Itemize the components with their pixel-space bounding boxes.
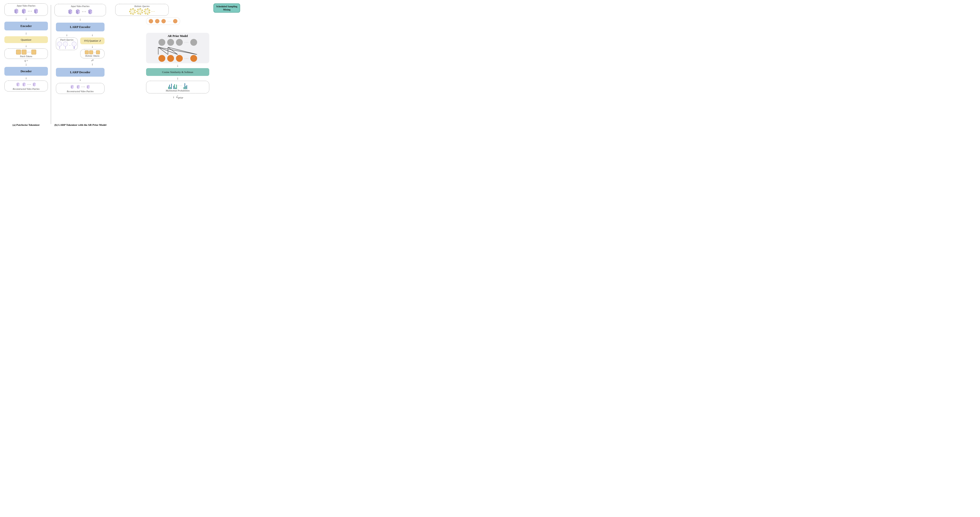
ar-input-circle-2 <box>155 19 159 23</box>
larp-input-label: Input Video Patches <box>71 5 89 8</box>
scheduled-sampling-box: Scheduled Sampling Mixing <box>213 3 240 13</box>
ar-prior-column: Scheduled Sampling Mixing Holistic Queri… <box>110 3 241 126</box>
pq-circle-2 <box>63 41 68 46</box>
hq-inner-1 <box>130 9 135 14</box>
larp-encoder-box: LARP Encoder <box>56 22 105 31</box>
bar-chart-1 <box>168 82 172 89</box>
patch-queries-label: Patch Queries <box>60 39 74 41</box>
hq-dots: · · · <box>151 10 154 13</box>
reconstructed-container-a: · · · Reconstructed Video Patches <box>5 81 48 91</box>
larp-arrow-1: ↓ <box>79 18 82 21</box>
svg-line-39 <box>158 47 197 54</box>
pq-item-2 <box>63 41 68 49</box>
pq-circle-3 <box>72 41 76 46</box>
bar-chart-2 <box>173 82 177 89</box>
ar-gray-3 <box>176 39 183 46</box>
larp-arrow-right-3: ↓ <box>91 62 94 66</box>
arrow-1: ↓ <box>25 17 28 21</box>
cube-icon-1 <box>13 8 20 14</box>
larp-recon-dots: · · · <box>82 85 85 88</box>
cosine-box: Cosine Similarity & Softmax <box>146 68 209 76</box>
hq-inner-2 <box>138 9 142 14</box>
recon-cube-2 <box>21 82 27 87</box>
panel-b-title: (b) LARP Tokenizer with the AR Prior Mod… <box>54 123 107 126</box>
panel-a-input-label: Input Video Patches <box>17 5 35 7</box>
arrow-2: ↓ <box>25 32 28 35</box>
patch-tokens-container: · · · Patch Tokens <box>5 48 48 59</box>
hq-circle-3 <box>144 8 150 14</box>
reconstructed-container-b: · · · Reconstructed Video Patches <box>56 83 105 94</box>
holistic-tokens-label: Holistic Tokens <box>85 55 100 57</box>
svq-box: SVQ Quantizer 𝒬 <box>80 37 105 44</box>
larp-cube-1 <box>67 8 74 15</box>
scheduled-sampling-label: Scheduled Sampling Mixing <box>216 5 237 11</box>
ar-input-circle-3 <box>161 19 166 23</box>
ar-input-circle-4 <box>173 19 177 23</box>
dots-1: · · · <box>28 9 32 13</box>
multinomial-container: · · · Multinomial Probabilities <box>146 81 209 93</box>
patch-queries-container: Patch Queries ··· <box>56 37 78 50</box>
larp-recon-cube-2 <box>76 84 81 89</box>
ar-prior-label: AR Prior Model <box>148 34 208 38</box>
arrow-3: ↓ <box>25 44 28 48</box>
pq-stick-1 <box>60 46 60 49</box>
cube-icon-2 <box>21 8 27 14</box>
panel-a-title: (a) Patchwise Tokenizer <box>13 123 40 126</box>
pq-item-1 <box>57 41 62 49</box>
larp-input-container: Input Video Patches · · · <box>54 4 106 16</box>
larp-dots-1: · · · <box>82 10 86 14</box>
bar-chart-3 <box>183 82 187 89</box>
larp-arrow-right-2: ↓ <box>91 45 94 48</box>
pq-item-3 <box>72 41 76 49</box>
reconstructed-label-a: Reconstructed Video Patches <box>13 88 40 90</box>
q-inv-label-a: Q⁻¹ <box>24 60 28 62</box>
token-sq-2 <box>22 49 27 54</box>
hol-token-1 <box>85 50 89 54</box>
larp-recon-cube-3 <box>86 84 91 89</box>
token-sq-1 <box>16 49 21 54</box>
ar-gray-2 <box>167 39 174 46</box>
larp-column: Input Video Patches · · · ↓ LARP Encoder… <box>54 3 107 126</box>
svg-line-42 <box>168 47 197 54</box>
ar-orange-1 <box>159 55 165 62</box>
cube-icon-3 <box>33 8 39 14</box>
panel-b: Input Video Patches · · · ↓ LARP Encoder… <box>52 2 243 127</box>
hq-inner-3 <box>145 9 149 14</box>
hq-circle-2 <box>137 8 143 14</box>
holistic-tokens-container: ··· Holistic Tokens <box>80 49 105 58</box>
ar-input-circle-1 <box>149 19 153 23</box>
holistic-queries-label: Holistic Queries <box>134 5 150 8</box>
larp-cube-2 <box>74 8 81 15</box>
recon-cube-1 <box>15 82 21 87</box>
reconstructed-label-b: Reconstructed Video Patches <box>67 90 94 93</box>
pq-stick-2 <box>65 46 66 49</box>
pq-stick-3 <box>74 46 74 49</box>
ar-arrow-1: ↓ <box>176 64 179 67</box>
patch-tokens-label: Patch Tokens <box>20 55 32 57</box>
l-prior-arrow: ↓ <box>172 96 175 99</box>
ar-connections-svg <box>153 47 202 54</box>
hq-circle-1 <box>129 8 135 14</box>
token-sq-3 <box>31 49 36 54</box>
recon-cube-3 <box>32 82 37 87</box>
ar-orange-2 <box>167 55 174 62</box>
ar-arrow-2: ↓ <box>176 77 179 80</box>
ar-prior-bg: AR Prior Model · · · <box>146 33 209 63</box>
larp-arrow-left: ↓ <box>65 34 68 37</box>
encoder-box: Encoder <box>5 22 48 30</box>
q-inv-label-b: 𝒬⁻¹ <box>91 59 94 62</box>
larp-arrow-right: ↓ <box>91 34 94 37</box>
main-container: Input Video Patches · · · ↓ Encoder ↓ Qu… <box>0 0 245 129</box>
multinomial-label: Multinomial Probabilities <box>166 89 190 92</box>
ar-gray-1 <box>159 39 165 46</box>
arrow-5: ↓ <box>25 77 28 80</box>
hol-token-3 <box>96 50 100 54</box>
panel-a-input-container: Input Video Patches · · · <box>5 3 48 16</box>
dots-recon: · · · <box>27 83 31 86</box>
pq-circle-1 <box>57 41 62 46</box>
l-prior-label: ℒprior <box>176 95 183 99</box>
panel-a: Input Video Patches · · · ↓ Encoder ↓ Qu… <box>2 2 50 127</box>
ar-gray-4 <box>190 39 197 46</box>
holistic-queries-container: Holistic Queries · · · <box>115 4 169 16</box>
ar-orange-3 <box>176 55 183 62</box>
